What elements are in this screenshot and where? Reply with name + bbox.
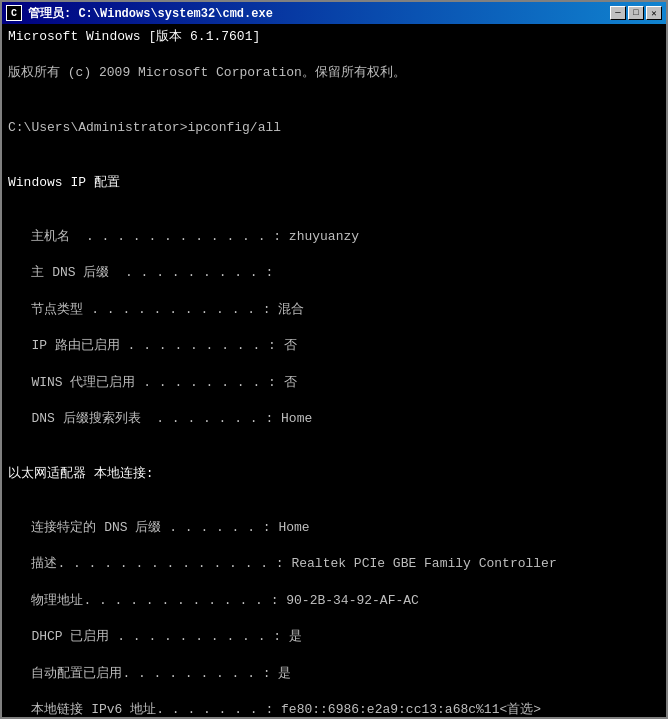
terminal-line: WINS 代理已启用 . . . . . . . . : 否 — [8, 374, 660, 392]
terminal-line: 主 DNS 后缀 . . . . . . . . . : — [8, 264, 660, 282]
title-bar-controls: ─ □ ✕ — [610, 6, 662, 20]
terminal-line: 描述. . . . . . . . . . . . . . : Realtek … — [8, 555, 660, 573]
title-bar: C 管理员: C:\Windows\system32\cmd.exe ─ □ ✕ — [2, 2, 666, 24]
terminal-line: C:\Users\Administrator>ipconfig/all — [8, 119, 660, 137]
terminal-line: Microsoft Windows [版本 6.1.7601] — [8, 28, 660, 46]
minimize-button[interactable]: ─ — [610, 6, 626, 20]
terminal-line: 节点类型 . . . . . . . . . . . : 混合 — [8, 301, 660, 319]
terminal-line: IP 路由已启用 . . . . . . . . . : 否 — [8, 337, 660, 355]
terminal-line: 版权所有 (c) 2009 Microsoft Corporation。保留所有… — [8, 64, 660, 82]
terminal-line: 自动配置已启用. . . . . . . . . : 是 — [8, 665, 660, 683]
cmd-icon: C — [6, 5, 22, 21]
close-button[interactable]: ✕ — [646, 6, 662, 20]
terminal-line: 主机名 . . . . . . . . . . . . : zhuyuanzy — [8, 228, 660, 246]
terminal-line: 物理地址. . . . . . . . . . . . : 90-2B-34-9… — [8, 592, 660, 610]
title-bar-left: C 管理员: C:\Windows\system32\cmd.exe — [6, 5, 273, 22]
maximize-button[interactable]: □ — [628, 6, 644, 20]
terminal-line: 以太网适配器 本地连接: — [8, 465, 660, 483]
window-title: 管理员: C:\Windows\system32\cmd.exe — [28, 5, 273, 22]
terminal-line: DNS 后缀搜索列表 . . . . . . . : Home — [8, 410, 660, 428]
cmd-window: C 管理员: C:\Windows\system32\cmd.exe ─ □ ✕… — [0, 0, 668, 719]
terminal-line: 本地链接 IPv6 地址. . . . . . . : fe80::6986:e… — [8, 701, 660, 717]
terminal-output[interactable]: Microsoft Windows [版本 6.1.7601] 版权所有 (c)… — [2, 24, 666, 717]
terminal-line: 连接特定的 DNS 后缀 . . . . . . : Home — [8, 519, 660, 537]
terminal-line: DHCP 已启用 . . . . . . . . . . : 是 — [8, 628, 660, 646]
terminal-line: Windows IP 配置 — [8, 174, 660, 192]
